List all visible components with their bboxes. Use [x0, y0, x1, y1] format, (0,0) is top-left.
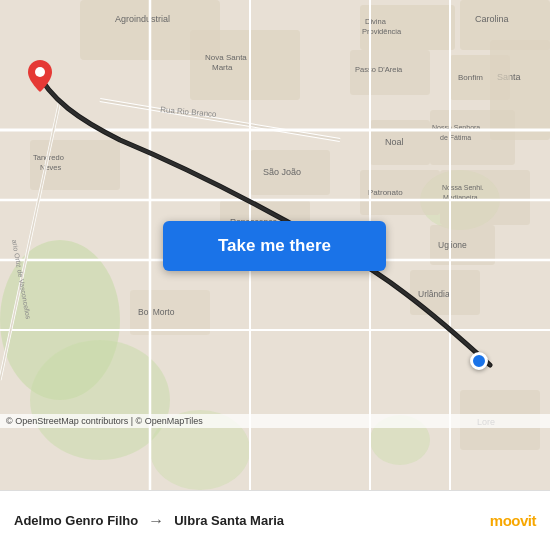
take-me-there-label: Take me there [218, 236, 331, 256]
svg-text:Carolina: Carolina [475, 14, 509, 24]
origin-label: Adelmo Genro Filho [14, 513, 138, 528]
moovit-text: moovit [490, 512, 536, 529]
svg-text:de Fátima: de Fátima [440, 134, 471, 141]
svg-text:Passo D'Areia: Passo D'Areia [355, 65, 403, 74]
destination-label: Ulbra Santa Maria [174, 513, 284, 528]
svg-text:Providência: Providência [362, 27, 402, 36]
svg-text:Agroindustrial: Agroindustrial [115, 14, 170, 24]
moovit-logo: moovit [490, 512, 536, 529]
svg-point-61 [35, 67, 45, 77]
map-container: Agroindustrial Nova Santa Marta Carolina… [0, 0, 550, 490]
attribution-text: © OpenStreetMap contributors | © OpenMap… [6, 416, 203, 426]
svg-text:Boi Morto: Boi Morto [138, 307, 175, 317]
svg-text:Noal: Noal [385, 137, 404, 147]
svg-text:São João: São João [263, 167, 301, 177]
svg-text:Nova Santa: Nova Santa [205, 53, 247, 62]
svg-text:Uglione: Uglione [438, 240, 467, 250]
destination-dot [470, 352, 488, 370]
svg-rect-8 [190, 30, 300, 100]
take-me-there-button[interactable]: Take me there [163, 221, 386, 271]
svg-text:Marta: Marta [212, 63, 233, 72]
svg-text:Urlândia: Urlândia [418, 289, 450, 299]
map-attribution: © OpenStreetMap contributors | © OpenMap… [0, 414, 550, 428]
svg-text:Patronato: Patronato [368, 188, 403, 197]
svg-text:Bonfim: Bonfim [458, 73, 483, 82]
svg-text:Divina: Divina [365, 17, 387, 26]
svg-text:Nossa Senhi.: Nossa Senhi. [442, 184, 484, 191]
origin-pin [28, 60, 52, 96]
svg-text:Neves: Neves [40, 163, 62, 172]
arrow-icon: → [148, 512, 164, 530]
bottom-bar: Adelmo Genro Filho → Ulbra Santa Maria m… [0, 490, 550, 550]
